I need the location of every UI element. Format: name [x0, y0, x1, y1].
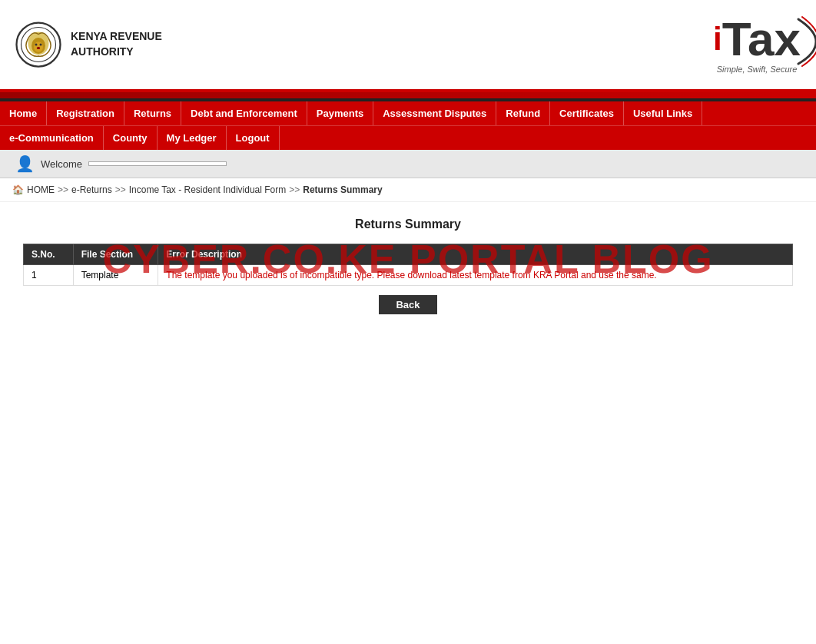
home-icon: 🏠 [12, 184, 24, 195]
nav-returns[interactable]: Returns [124, 101, 181, 125]
nav-ecommunication[interactable]: e-Communication [0, 126, 104, 150]
svg-point-7 [37, 47, 41, 49]
kra-name-text: Kenya Revenue Authority [71, 29, 162, 59]
breadcrumb-home[interactable]: HOME [27, 184, 55, 195]
kra-name: Kenya Revenue Authority [71, 29, 162, 59]
cell-section: Template [73, 265, 158, 286]
page-title: Returns Summary [23, 217, 793, 231]
breadcrumb-sep1: >> [58, 184, 68, 195]
nav-row1: Home Registration Returns Debt and Enfor… [0, 101, 816, 126]
nav-debt[interactable]: Debt and Enforcement [181, 101, 307, 125]
itax-swoosh-icon [794, 15, 816, 68]
nav-my-ledger[interactable]: My Ledger [158, 126, 227, 150]
welcome-bar: 👤 Welcome [0, 150, 816, 178]
watermark-wrapper: CYBER.CO.KE PORTAL BLOG S.No. File Secti… [23, 244, 793, 286]
welcome-text: Welcome [41, 158, 82, 170]
itax-logo-area: i Tax Simple, Swift, Secure [713, 15, 801, 74]
red-stripe [0, 92, 816, 98]
user-name-display [88, 161, 227, 166]
user-icon: 👤 [15, 154, 35, 173]
nav-useful-links[interactable]: Useful Links [624, 101, 702, 125]
itax-tax: Tax [722, 15, 801, 63]
main-nav: Home Registration Returns Debt and Enfor… [0, 101, 816, 150]
nav-certificates[interactable]: Certificates [550, 101, 624, 125]
breadcrumb-current: Returns Summary [303, 184, 382, 195]
kra-logo-icon [15, 22, 61, 68]
itax-i: i [713, 23, 722, 55]
breadcrumb-sep2: >> [115, 184, 126, 195]
nav-refund[interactable]: Refund [496, 101, 550, 125]
breadcrumb-form[interactable]: Income Tax - Resident Individual Form [129, 184, 287, 195]
back-button-wrapper: Back [23, 295, 793, 314]
cell-sno: 1 [24, 265, 74, 286]
nav-home[interactable]: Home [0, 101, 47, 125]
nav-payments[interactable]: Payments [307, 101, 373, 125]
kra-line1: Kenya Revenue [71, 30, 162, 42]
breadcrumb-sep3: >> [289, 184, 300, 195]
nav-county[interactable]: County [104, 126, 158, 150]
col-error: Error Description [158, 244, 793, 265]
itax-tagline: Simple, Swift, Secure [713, 65, 801, 74]
table-body: 1TemplateThe template you uploaded is of… [24, 265, 793, 286]
main-content: Returns Summary CYBER.CO.KE PORTAL BLOG … [0, 202, 816, 330]
kra-logo-area: Kenya Revenue Authority [15, 22, 162, 68]
nav-logout[interactable]: Logout [227, 126, 280, 150]
table-row: 1TemplateThe template you uploaded is of… [24, 265, 793, 286]
table-header: S.No. File Section Error Description [24, 244, 793, 265]
nav-disputes[interactable]: Assessment Disputes [373, 101, 496, 125]
nav-registration[interactable]: Registration [47, 101, 124, 125]
breadcrumb-ereturns[interactable]: e-Returns [71, 184, 112, 195]
back-button[interactable]: Back [379, 295, 436, 314]
col-sno: S.No. [24, 244, 74, 265]
svg-point-6 [40, 44, 42, 46]
svg-point-5 [35, 44, 38, 46]
cell-error: The template you uploaded is of incompat… [158, 265, 793, 286]
table-header-row: S.No. File Section Error Description [24, 244, 793, 265]
header: Kenya Revenue Authority i Tax Simple, Sw… [0, 0, 816, 92]
summary-table: S.No. File Section Error Description 1Te… [23, 244, 793, 286]
breadcrumb: 🏠 HOME >> e-Returns >> Income Tax - Resi… [0, 178, 816, 202]
col-section: File Section [73, 244, 158, 265]
nav-row2: e-Communication County My Ledger Logout [0, 126, 816, 150]
kra-line2: Authority [71, 45, 134, 58]
